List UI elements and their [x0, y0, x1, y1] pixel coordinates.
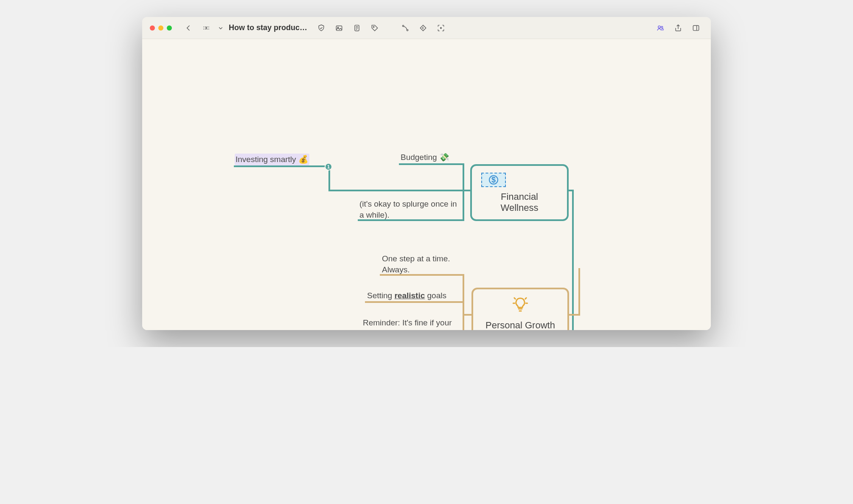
tag-button[interactable] — [368, 21, 382, 35]
connection-button[interactable] — [398, 21, 412, 35]
view-mode-button[interactable] — [199, 21, 213, 35]
chevron-down-icon — [217, 24, 224, 32]
collaborate-button[interactable] — [653, 21, 668, 35]
traffic-lights — [150, 25, 172, 31]
note-icon — [353, 24, 361, 32]
chevron-left-icon — [184, 24, 193, 32]
close-window-button[interactable] — [150, 25, 155, 31]
underline — [380, 274, 464, 276]
svg-point-6 — [441, 27, 442, 28]
card-label: Financial Wellness — [501, 191, 539, 213]
images-button[interactable] — [332, 21, 346, 35]
node-realistic-goals[interactable]: Setting realistic goals — [367, 290, 446, 301]
underline — [234, 165, 328, 167]
connection-icon — [401, 24, 410, 32]
svg-rect-10 — [693, 25, 699, 31]
document-title[interactable]: How to stay produc… — [229, 23, 307, 32]
svg-point-8 — [661, 26, 663, 28]
mindmap-view-icon — [202, 24, 210, 32]
app-window: How to stay produc… — [142, 17, 711, 330]
lightbulb-icon — [483, 296, 558, 316]
node-badge[interactable]: 1 — [325, 163, 332, 171]
underline — [365, 301, 464, 303]
share-button[interactable] — [671, 21, 685, 35]
svg-point-4 — [402, 25, 404, 26]
tag-icon — [370, 24, 379, 32]
focus-icon — [437, 24, 445, 32]
checklist-button[interactable] — [314, 21, 328, 35]
node-one-step[interactable]: One step at a time. Always. — [382, 253, 467, 275]
sidebar-toggle-button[interactable] — [689, 21, 703, 35]
underline — [399, 163, 464, 165]
share-icon — [674, 24, 682, 32]
dollar-bill-icon: $ — [481, 173, 558, 187]
people-icon — [656, 24, 665, 32]
svg-point-3 — [373, 26, 374, 28]
focus-button[interactable] — [434, 21, 448, 35]
diamond-left-icon — [419, 24, 427, 32]
expand-button[interactable] — [416, 21, 430, 35]
minimize-window-button[interactable] — [158, 25, 163, 31]
underline — [358, 219, 464, 221]
node-financial-wellness[interactable]: $ Financial Wellness — [470, 164, 569, 221]
node-budgeting[interactable]: Budgeting 💸 — [401, 152, 449, 163]
node-investing-smartly[interactable]: Investing smartly 💰 — [235, 154, 309, 165]
svg-rect-0 — [336, 26, 342, 31]
photo-icon — [335, 24, 343, 32]
node-reminder[interactable]: Reminder: It's fine if your — [363, 317, 452, 328]
text: Setting — [367, 291, 394, 300]
card-label: Personal Growth — [485, 320, 555, 330]
note-button[interactable] — [350, 21, 364, 35]
node-personal-growth[interactable]: Personal Growth — [471, 288, 569, 330]
checkmark-shield-icon — [317, 24, 325, 32]
text-bold: realistic — [394, 291, 425, 300]
svg-point-5 — [407, 29, 408, 31]
connectors — [142, 39, 711, 330]
text: goals — [425, 291, 446, 300]
mindmap-canvas[interactable]: Investing smartly 💰 1 Budgeting 💸 (it's … — [142, 39, 711, 330]
svg-point-7 — [658, 25, 660, 28]
sidebar-right-icon — [692, 24, 700, 32]
titlebar: How to stay produc… — [142, 17, 711, 39]
zoom-window-button[interactable] — [167, 25, 172, 31]
node-splurge[interactable]: (it's okay to splurge once in a while). — [359, 199, 457, 220]
view-mode-dropdown[interactable] — [217, 21, 224, 35]
back-button[interactable] — [181, 21, 196, 35]
